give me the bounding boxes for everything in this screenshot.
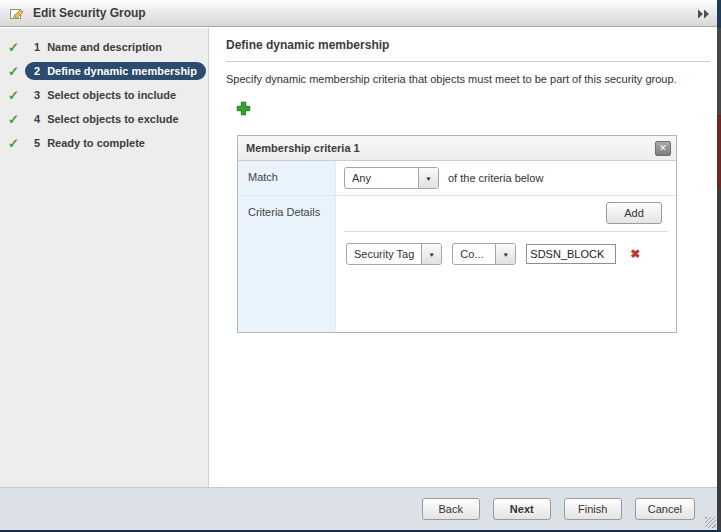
check-icon: ✓ <box>8 40 25 55</box>
membership-criteria-panel: Membership criteria 1 ✕ Match Any ▼ of t… <box>237 135 677 333</box>
match-label: Match <box>238 161 336 195</box>
step-title: Define dynamic membership <box>47 65 197 77</box>
check-icon: ✓ <box>8 112 25 127</box>
match-any-dropdown-value: Any <box>345 168 418 188</box>
double-chevron-right-icon[interactable] <box>697 9 710 19</box>
wizard-step-name-and-description[interactable]: ✓ 1Name and description <box>0 35 208 59</box>
match-row: Match Any ▼ of the criteria below <box>238 161 676 196</box>
wizard-step-define-dynamic-membership[interactable]: ✓ 2Define dynamic membership <box>0 59 208 83</box>
wizard-step-select-objects-to-exclude[interactable]: ✓ 4Select objects to exclude <box>0 107 208 131</box>
chevron-down-icon: ▼ <box>418 168 438 188</box>
finish-button[interactable]: Finish <box>564 498 622 520</box>
criteria-type-value: Security Tag <box>347 244 421 264</box>
wizard-step-ready-to-complete[interactable]: ✓ 5Ready to complete <box>0 131 208 155</box>
step-title: Select objects to include <box>47 89 176 101</box>
step-number: 1 <box>34 41 40 53</box>
step-number: 2 <box>34 65 40 77</box>
edit-security-group-dialog: Edit Security Group ✓ 1Name and descript… <box>0 0 721 532</box>
wizard-steps-sidebar: ✓ 1Name and description ✓ 2Define dynami… <box>0 28 209 487</box>
resize-grip[interactable] <box>705 517 716 528</box>
criteria-type-dropdown[interactable]: Security Tag ▼ <box>346 243 442 265</box>
criteria-details-row: Criteria Details Add Security Tag ▼ <box>238 196 676 332</box>
step-number: 3 <box>34 89 40 101</box>
wizard-step-select-objects-to-include[interactable]: ✓ 3Select objects to include <box>0 83 208 107</box>
dialog-titlebar: Edit Security Group <box>0 0 717 27</box>
check-icon: ✓ <box>8 136 25 151</box>
criteria-value-input[interactable] <box>526 244 616 264</box>
add-membership-criteria-button[interactable] <box>236 101 251 116</box>
step-title: Ready to complete <box>47 137 145 149</box>
step-number: 5 <box>34 137 40 149</box>
membership-criteria-panel-body: Match Any ▼ of the criteria below Criter… <box>238 161 676 332</box>
back-button[interactable]: Back <box>422 498 480 520</box>
step-number: 4 <box>34 113 40 125</box>
dialog-title: Edit Security Group <box>33 6 146 20</box>
chevron-down-icon: ▼ <box>495 244 515 264</box>
chevron-down-icon: ▼ <box>421 244 441 264</box>
criteria-operator-dropdown[interactable]: Co... ▼ <box>452 243 516 265</box>
membership-criteria-panel-header: Membership criteria 1 ✕ <box>238 136 676 161</box>
plus-icon <box>236 101 251 116</box>
close-icon[interactable]: ✕ <box>655 141 671 156</box>
step-title: Name and description <box>47 41 162 53</box>
page-background-edge <box>717 0 721 532</box>
criteria-list: Security Tag ▼ Co... ▼ ✖ <box>344 231 668 332</box>
step-title: Select objects to exclude <box>47 113 178 125</box>
delete-criteria-icon[interactable]: ✖ <box>630 247 640 261</box>
criteria-row: Security Tag ▼ Co... ▼ ✖ <box>346 243 668 265</box>
page-title: Define dynamic membership <box>226 38 710 62</box>
panel-title: Membership criteria 1 <box>246 142 655 154</box>
add-criteria-detail-button[interactable]: Add <box>606 202 662 224</box>
match-any-dropdown[interactable]: Any ▼ <box>344 167 439 189</box>
wizard-footer: Back Next Finish Cancel <box>0 487 717 530</box>
wizard-content-pane: Define dynamic membership Specify dynami… <box>210 28 717 487</box>
check-icon: ✓ <box>8 88 25 103</box>
match-suffix-text: of the criteria below <box>448 172 543 184</box>
edit-icon <box>9 5 25 21</box>
criteria-operator-value: Co... <box>453 244 495 264</box>
check-icon: ✓ <box>8 64 25 79</box>
criteria-details-label: Criteria Details <box>238 196 336 332</box>
page-description: Specify dynamic membership criteria that… <box>226 72 704 86</box>
cancel-button[interactable]: Cancel <box>635 498 695 520</box>
next-button[interactable]: Next <box>493 498 551 520</box>
